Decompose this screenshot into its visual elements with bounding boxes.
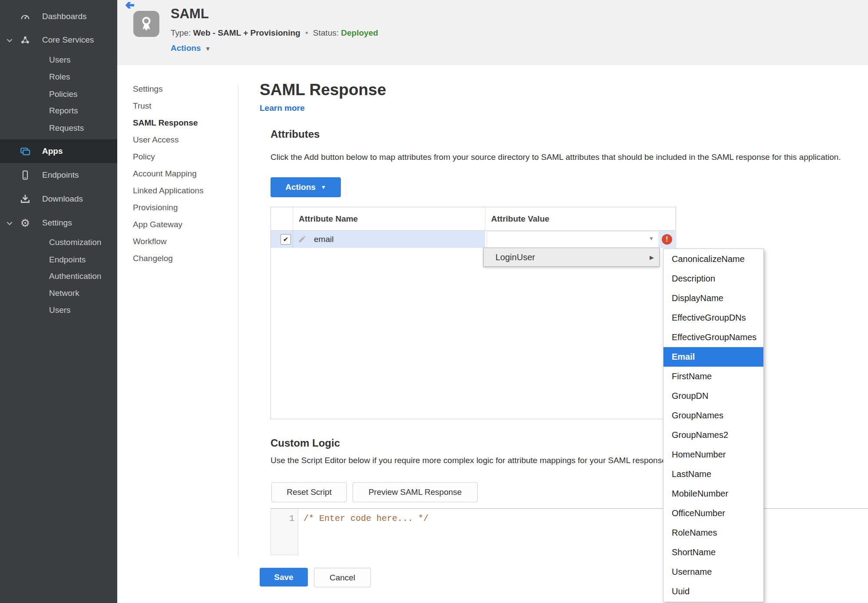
sidebar-item-label: Downloads [42,194,83,204]
sidebar-item-label: Settings [42,218,72,228]
attributes-heading: Attributes [271,128,320,140]
column-separator [485,207,485,230]
subnav-item-saml-response[interactable]: SAML Response [133,114,233,131]
check-icon: ✔ [283,235,289,243]
submenu-item-username[interactable]: Username [663,562,763,582]
content-divider [238,86,238,557]
core-services-icon [19,34,31,46]
value-picker-menu-loginuser[interactable]: LoginUser ▶ [483,248,660,267]
save-button[interactable]: Save [260,568,308,586]
subnav-item-app-gateway[interactable]: App Gateway [133,216,233,233]
meta-separator: • [303,28,311,37]
column-header-attribute-name: Attribute Name [299,207,358,230]
sidebar-item-label: Endpoints [42,170,79,180]
editor-code[interactable]: /* Enter code here... */ [304,512,429,526]
script-editor[interactable]: 1 /* Enter code here... */ [271,508,868,556]
subnav-item-linked-applications[interactable]: Linked Applications [133,182,233,199]
subnav-item-user-access[interactable]: User Access [133,131,233,148]
caret-down-icon: ▼ [649,235,654,242]
sidebar-item-label: Apps [42,146,63,156]
row-checkbox[interactable]: ✔ [281,234,291,245]
submenu-item-effectivegroupnames[interactable]: EffectiveGroupNames [663,328,763,347]
subnav-item-settings[interactable]: Settings [133,80,233,97]
sidebar-item-network[interactable]: Network [49,287,79,300]
menu-item-label: LoginUser [495,252,535,262]
sidebar-item-customization[interactable]: Customization [49,236,101,249]
apps-icon [19,146,32,157]
sidebar-item-apps[interactable]: Apps [0,139,117,163]
saml-app-icon [133,11,159,37]
value-picker-submenu: CanonicalizeName Description DisplayName… [663,248,764,602]
reset-script-button[interactable]: Reset Script [271,482,347,502]
type-value: Web - SAML + Provisioning [193,28,300,37]
learn-more-link[interactable]: Learn more [260,103,304,113]
sidebar-item-policies[interactable]: Policies [49,88,77,101]
header-actions-menu[interactable]: Actions▼ [171,43,211,53]
subnav-item-account-mapping[interactable]: Account Mapping [133,165,233,182]
caret-down-icon: ▼ [205,45,211,52]
sidebar-item-settings-users[interactable]: Users [49,304,71,317]
sidebar-item-roles[interactable]: Roles [49,70,70,83]
column-separator [293,207,293,230]
sidebar-item-label: Dashboards [42,12,86,21]
gear-icon: ⚙ [19,218,31,229]
attributes-description: Click the Add button below to map attrib… [271,152,841,162]
sidebar-item-settings[interactable]: ⚙ Settings [0,215,117,230]
submenu-item-effectivegroupdns[interactable]: EffectiveGroupDNs [663,308,763,328]
sidebar-item-endpoints[interactable]: Endpoints [0,168,117,182]
subnav-item-workflow[interactable]: Workflow [133,233,233,250]
sidebar-item-dashboards[interactable]: Dashboards [0,9,117,24]
submenu-item-firstname[interactable]: FirstName [663,367,763,386]
sidebar-item-reports[interactable]: Reports [49,104,78,117]
subnav-item-provisioning[interactable]: Provisioning [133,199,233,216]
app-root: Dashboards Core Services Users Roles Pol… [0,0,868,603]
column-header-attribute-value: Attribute Value [491,207,549,230]
preview-saml-response-button[interactable]: Preview SAML Response [353,482,478,502]
caret-down-icon: ▼ [321,184,326,190]
submenu-item-displayname[interactable]: DisplayName [663,288,763,308]
row-cell-separator [293,231,293,248]
submenu-item-shortname[interactable]: ShortName [663,543,763,562]
back-arrow-icon[interactable] [125,0,135,10]
cancel-button[interactable]: Cancel [314,568,371,587]
submenu-item-groupdn[interactable]: GroupDN [663,386,763,406]
submenu-item-email[interactable]: Email [663,347,763,367]
sidebar-item-requests[interactable]: Requests [49,122,84,135]
app-header: SAML Type: Web - SAML + Provisioning • S… [117,0,868,65]
custom-logic-heading: Custom Logic [271,437,340,449]
subnav-item-changelog[interactable]: Changelog [133,250,233,267]
sidebar-item-settings-endpoints[interactable]: Endpoints [49,253,86,266]
sidebar-item-label: Core Services [42,35,94,45]
row-error-cell: ! [659,231,675,248]
attribute-name-cell: email [314,231,333,248]
submenu-item-lastname[interactable]: LastName [663,464,763,484]
editor-gutter: 1 [271,509,298,555]
attribute-value-dropdown[interactable]: ▼ [487,231,659,248]
submenu-item-rolenames[interactable]: RoleNames [663,523,763,543]
submenu-item-groupnames2[interactable]: GroupNames2 [663,425,763,445]
submenu-item-mobilenumber[interactable]: MobileNumber [663,484,763,504]
sidebar-item-downloads[interactable]: Downloads [0,192,117,206]
sidebar: Dashboards Core Services Users Roles Pol… [0,0,117,603]
sidebar-item-users[interactable]: Users [49,53,71,66]
subnav-item-policy[interactable]: Policy [133,148,233,165]
submenu-item-officenumber[interactable]: OfficeNumber [663,504,763,523]
download-icon [19,193,31,205]
page-title: SAML Response [260,81,386,99]
submenu-item-uuid[interactable]: Uuid [663,582,763,601]
submenu-item-canonicalizename[interactable]: CanonicalizeName [663,249,763,269]
sidebar-item-authentication[interactable]: Authentication [49,270,101,283]
attributes-actions-button[interactable]: Actions▼ [271,177,341,197]
sidebar-item-core-services[interactable]: Core Services [0,33,117,47]
line-number: 1 [271,512,294,526]
status-badge: Deployed [341,28,378,37]
edit-pencil-icon[interactable] [298,235,306,243]
dashboard-gauge-icon [19,11,31,22]
subnav-item-trust[interactable]: Trust [133,97,233,114]
type-label: Type: [171,28,191,37]
custom-logic-description: Use the Script Editor below if you requi… [271,456,669,465]
submenu-item-groupnames[interactable]: GroupNames [663,406,763,425]
app-subnav: Settings Trust SAML Response User Access… [133,80,233,267]
submenu-item-homenumber[interactable]: HomeNumber [663,445,763,464]
submenu-item-description[interactable]: Description [663,269,763,288]
